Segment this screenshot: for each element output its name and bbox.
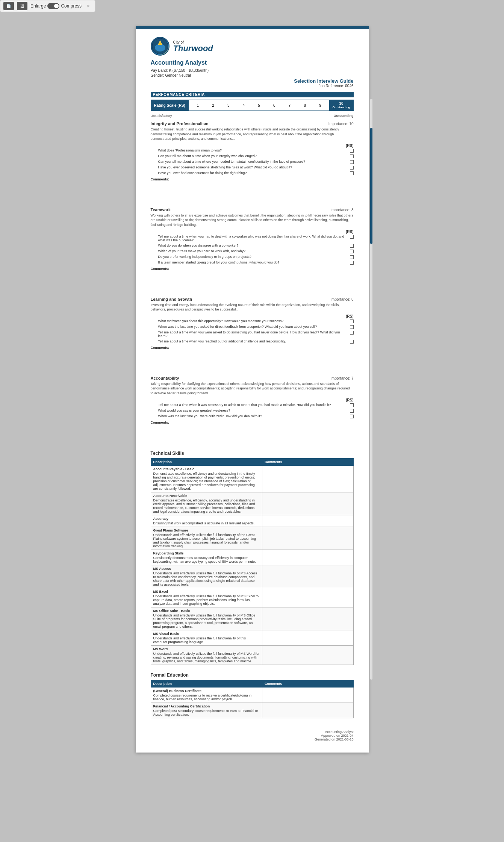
skill-desc-1: Accounts Receivable Demonstrates excelle… <box>151 492 262 515</box>
skill-text-0: Demonstrates excellence, efficiency and … <box>153 472 255 491</box>
question-1-1: What does 'Professionalism' mean to you? <box>158 148 354 153</box>
edu-comment-0[interactable] <box>262 687 353 703</box>
skill-text-8: Understands and effectively utilizes the… <box>153 636 246 644</box>
skill-desc-5: MS Access Understands and effectively ut… <box>151 565 262 588</box>
skill-comment-7[interactable] <box>262 607 353 630</box>
enlarge-compress-toggle[interactable]: Enlarge Compress <box>30 3 82 9</box>
comments-space-1 <box>151 181 354 200</box>
skill-comment-0[interactable] <box>262 465 353 492</box>
criteria-name-2: Teamwork <box>151 207 171 212</box>
checkbox-1-4[interactable] <box>350 166 354 170</box>
scroll-indicator[interactable] <box>370 99 372 680</box>
skill-comment-9[interactable] <box>262 645 353 665</box>
skill-row-1: Accounts Receivable Demonstrates excelle… <box>151 492 353 515</box>
edu-comment-1[interactable] <box>262 703 353 718</box>
rs-header-1: (RS) <box>151 144 354 148</box>
rs-header-3: (RS) <box>151 314 354 318</box>
close-button[interactable]: × <box>85 2 92 10</box>
skill-desc-3: Great Plains Software Understands and ef… <box>151 527 262 550</box>
criteria-title-row-1: Integrity and Professionalism Importance… <box>151 121 354 126</box>
skill-desc-8: MS Visual Basic Understands and effectiv… <box>151 630 262 645</box>
toggle-switch[interactable] <box>47 3 59 9</box>
question-text-1-1: What does 'Professionalism' mean to you? <box>158 148 350 152</box>
rating-scale-labels: Unsatisfactory Outstanding <box>151 114 354 118</box>
questions-list-2: Tell me about a time when you had to dea… <box>151 235 354 265</box>
footer-approved: Approved on 2021-04 <box>151 734 354 738</box>
criteria-learning: Learning and Growth Importance: 8 Invest… <box>151 297 354 368</box>
skill-comment-1[interactable] <box>262 492 353 515</box>
criteria-teamwork: Teamwork Importance: 8 Working with othe… <box>151 207 354 289</box>
question-4-1: Tell me about a time when it was necessa… <box>158 403 354 407</box>
job-ref: Job Reference: 0046 <box>294 84 353 88</box>
skill-row-3: Great Plains Software Understands and ef… <box>151 527 353 550</box>
checkbox-2-1[interactable] <box>350 235 354 239</box>
checkbox-1-5[interactable] <box>350 171 354 175</box>
question-3-1: What motivates you about this opportunit… <box>158 319 354 323</box>
skill-row-4: Keyboarding Skills Consistently demonstr… <box>151 550 353 565</box>
question-text-2-1: Tell me about a time when you had to dea… <box>158 235 350 242</box>
checkbox-1-1[interactable] <box>350 149 354 153</box>
rating-2: 2 <box>206 103 221 108</box>
rating-1: 1 <box>190 103 206 108</box>
criteria-title-row-3: Learning and Growth Importance: 8 <box>151 297 354 301</box>
skill-comment-8[interactable] <box>262 630 353 645</box>
checkbox-4-2[interactable] <box>350 409 354 413</box>
checkbox-3-3[interactable] <box>350 331 354 335</box>
question-1-2: Can you tell me about a time when your i… <box>158 154 354 158</box>
skill-desc-4: Keyboarding Skills Consistently demonstr… <box>151 550 262 565</box>
checkbox-3-2[interactable] <box>350 325 354 329</box>
checkbox-1-3[interactable] <box>350 160 354 164</box>
comments-label-1: Comments: <box>151 177 354 181</box>
checkbox-2-4[interactable] <box>350 255 354 259</box>
skill-name-4: Keyboarding Skills <box>153 551 260 555</box>
criteria-importance-3: Importance: 8 <box>330 297 353 301</box>
footer-job-title: Accounting Analyst <box>151 730 354 734</box>
skill-text-5: Understands and effectively utilizes the… <box>153 571 257 586</box>
checkbox-4-3[interactable] <box>350 415 354 418</box>
enlarge-label: Enlarge <box>30 3 46 9</box>
question-2-1: Tell me about a time when you had to dea… <box>158 235 354 242</box>
rating-10-label: 10 <box>339 101 343 106</box>
comments-label-4: Comments: <box>151 421 354 424</box>
question-1-5: Have you ever had consequences for doing… <box>158 171 354 175</box>
skill-text-6: Understands and effectively utilizes the… <box>153 594 259 606</box>
skill-comment-3[interactable] <box>262 527 353 550</box>
comments-space-2 <box>151 271 354 289</box>
rs-label-3: (RS) <box>346 314 354 318</box>
img-icon[interactable]: 🖼 <box>17 2 27 10</box>
question-text-3-3: Tell me about a time when you were asked… <box>158 330 350 338</box>
technical-skills-section: Technical Skills Description Comments Ac… <box>151 451 354 665</box>
checkbox-4-1[interactable] <box>350 403 354 407</box>
checkbox-1-2[interactable] <box>350 154 354 158</box>
skill-comment-6[interactable] <box>262 588 353 607</box>
rating-4: 4 <box>236 103 251 108</box>
compress-label: Compress <box>61 3 82 9</box>
skill-comment-2[interactable] <box>262 515 353 527</box>
edu-desc-0: (General) Business Certificate Completed… <box>151 687 262 703</box>
rs-label-4: (RS) <box>346 398 354 402</box>
rating-9: 9 <box>313 103 328 108</box>
criteria-desc-2: Working with others to share expertise a… <box>151 213 354 227</box>
skill-row-0: Accounts Payable - Basic Demonstrates ex… <box>151 465 353 492</box>
formal-education-table: Description Comments (General) Business … <box>151 680 354 718</box>
doc-icon[interactable]: 📄 <box>3 2 14 10</box>
question-text-1-4: Have you ever observed someone stretchin… <box>158 165 350 169</box>
question-1-3: Can you tell me about a time where you n… <box>158 160 354 164</box>
checkbox-3-4[interactable] <box>350 340 354 344</box>
skill-comment-4[interactable] <box>262 550 353 565</box>
skill-name-7: MS Office Suite - Basic <box>153 609 260 613</box>
checkbox-2-5[interactable] <box>350 261 354 265</box>
checkbox-3-1[interactable] <box>350 320 354 323</box>
skill-desc-6: MS Excel Understands and effectively uti… <box>151 588 262 607</box>
header-bar <box>136 26 369 29</box>
question-text-4-3: When was the last time you were criticiz… <box>158 414 350 418</box>
checkbox-2-3[interactable] <box>350 250 354 253</box>
question-3-3: Tell me about a time when you were asked… <box>158 330 354 338</box>
skill-comment-5[interactable] <box>262 565 353 588</box>
question-text-2-5: If a team member started taking credit f… <box>158 260 350 264</box>
question-1-4: Have you ever observed someone stretchin… <box>158 165 354 170</box>
edu-col-description: Description <box>151 680 262 687</box>
edu-name-0: (General) Business Certificate <box>153 689 260 693</box>
checkbox-2-2[interactable] <box>350 244 354 248</box>
skill-name-5: MS Access <box>153 567 260 571</box>
